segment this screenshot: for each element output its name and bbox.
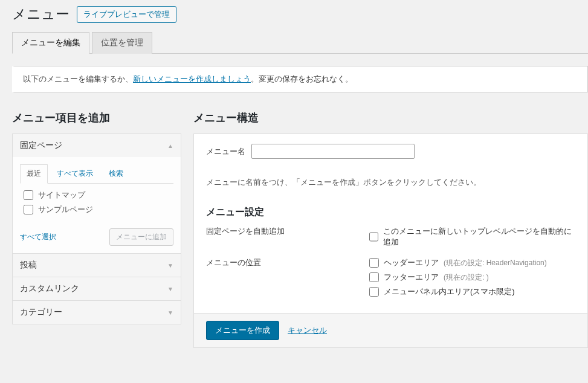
notice-bar: 以下のメニューを編集するか、新しいメニューを作成しましょう。変更の保存をお忘れな… <box>12 66 588 92</box>
page-title: メニュー <box>12 5 69 24</box>
cancel-link[interactable]: キャンセル <box>288 325 327 336</box>
menu-location-label: メニューの位置 <box>206 257 369 301</box>
accordion-head-posts[interactable]: 投稿 ▼ <box>13 254 181 277</box>
location-header-label: ヘッダーエリア <box>384 257 439 268</box>
subtab-all[interactable]: すべて表示 <box>50 164 100 183</box>
checkbox-sitemap[interactable] <box>24 190 33 200</box>
location-panel-label: メニューパネル内エリア(スマホ限定) <box>384 286 515 297</box>
accordion-label-custom: カスタムリンク <box>20 283 79 294</box>
menu-settings-heading: メニュー設定 <box>206 206 575 219</box>
checkbox-location-footer[interactable] <box>369 272 379 282</box>
accordion: 固定ページ ▲ 最近 すべて表示 検索 サイトマップ <box>12 134 181 324</box>
accordion-head-categories[interactable]: カテゴリー ▼ <box>13 301 181 324</box>
add-to-menu-button[interactable]: メニューに追加 <box>109 228 173 246</box>
menu-name-label: メニュー名 <box>206 146 245 157</box>
checkbox-auto-add[interactable] <box>369 232 378 242</box>
checkbox-location-panel[interactable] <box>369 287 379 297</box>
item-sample-label: サンプルページ <box>38 204 93 215</box>
caret-down-icon: ▼ <box>167 286 173 292</box>
create-new-menu-link[interactable]: 新しいメニューを作成しましょう <box>133 74 251 83</box>
accordion-label-pages: 固定ページ <box>20 140 62 151</box>
menu-hint-text: メニューに名前をつけ、「メニューを作成」ボタンをクリックしてください。 <box>206 177 575 188</box>
auto-add-option-label: このメニューに新しいトップレベルページを自動的に追加 <box>383 226 575 248</box>
structure-panel: メニュー名 メニューに名前をつけ、「メニューを作成」ボタンをクリックしてください… <box>193 134 588 348</box>
accordion-label-categories: カテゴリー <box>20 307 62 318</box>
caret-down-icon: ▼ <box>167 309 173 316</box>
location-header-sub: (現在の設定: HeaderNavigation) <box>444 258 547 268</box>
accordion-head-custom[interactable]: カスタムリンク ▼ <box>13 277 181 300</box>
subtab-recent[interactable]: 最近 <box>20 164 48 184</box>
live-preview-button[interactable]: ライブプレビューで管理 <box>77 6 176 23</box>
caret-up-icon: ▲ <box>167 143 173 149</box>
checkbox-sample[interactable] <box>24 205 33 214</box>
location-footer-sub: (現在の設定: ) <box>444 272 489 283</box>
accordion-body-pages: 最近 すべて表示 検索 サイトマップ サンプルページ <box>13 157 181 253</box>
add-items-heading: メニュー項目を追加 <box>12 111 181 125</box>
auto-add-label: 固定ページを自動追加 <box>206 226 369 251</box>
notice-text-before: 以下のメニューを編集するか、 <box>23 74 133 83</box>
checkbox-location-header[interactable] <box>369 258 379 268</box>
item-sitemap-label: サイトマップ <box>38 190 85 201</box>
footer-actions: メニューを作成 キャンセル <box>194 313 587 347</box>
create-menu-button[interactable]: メニューを作成 <box>206 321 279 340</box>
select-all-link[interactable]: すべて選択 <box>20 232 56 242</box>
notice-text-after: 。変更の保存をお忘れなく。 <box>251 74 353 83</box>
accordion-head-pages[interactable]: 固定ページ ▲ <box>13 134 181 157</box>
nav-tabs: メニューを編集 位置を管理 <box>12 32 588 54</box>
tab-manage-locations[interactable]: 位置を管理 <box>92 32 152 54</box>
menu-structure-heading: メニュー構造 <box>193 111 588 125</box>
menu-name-input[interactable] <box>251 144 415 159</box>
caret-down-icon: ▼ <box>167 262 173 269</box>
subtab-search[interactable]: 検索 <box>102 164 130 183</box>
location-footer-label: フッターエリア <box>384 272 439 283</box>
tab-edit-menu[interactable]: メニューを編集 <box>12 32 89 54</box>
accordion-label-posts: 投稿 <box>20 260 37 271</box>
